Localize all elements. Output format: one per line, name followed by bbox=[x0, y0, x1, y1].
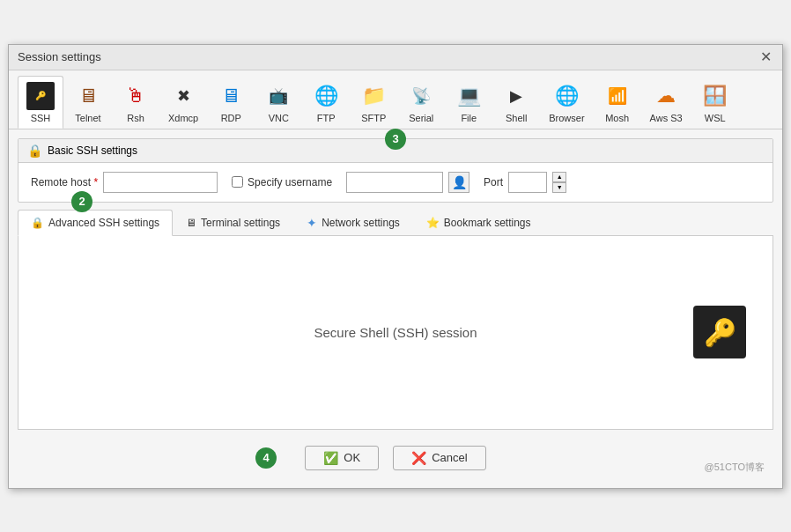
proto-label-rsh: Rsh bbox=[127, 113, 144, 123]
xdmcp-icon: ✖ bbox=[169, 82, 197, 110]
settings-tabs-container: 🔒 Advanced SSH settings 🖥 Terminal setti… bbox=[18, 210, 773, 430]
title-bar: Session settings ✕ bbox=[9, 45, 782, 70]
proto-tab-browser[interactable]: 🌐 Browser bbox=[541, 76, 592, 129]
specify-username-group: Specify username bbox=[232, 176, 332, 188]
proto-label-vnc: VNC bbox=[269, 113, 289, 123]
required-marker: * bbox=[93, 176, 98, 188]
ok-icon: ✅ bbox=[323, 451, 338, 465]
proto-label-xdmcp: Xdmcp bbox=[168, 113, 198, 123]
proto-tab-wsl[interactable]: 🪟 WSL bbox=[692, 76, 738, 129]
remote-host-group: Remote host * bbox=[31, 172, 218, 193]
proto-tab-ssh[interactable]: 🔑 SSH bbox=[18, 76, 63, 129]
proto-label-shell: Shell bbox=[506, 113, 527, 123]
proto-tab-mosh[interactable]: 📶 Mosh bbox=[595, 76, 640, 129]
specify-username-checkbox[interactable] bbox=[232, 176, 243, 188]
ok-button[interactable]: ✅ OK bbox=[305, 446, 379, 470]
browser-icon: 🌐 bbox=[552, 82, 580, 110]
shell-icon: ▶ bbox=[502, 82, 530, 110]
port-input[interactable]: 22 bbox=[508, 172, 547, 193]
proto-label-rdp: RDP bbox=[221, 113, 241, 123]
proto-tab-file[interactable]: 💻 File bbox=[446, 76, 492, 129]
window-title: Session settings bbox=[18, 50, 101, 63]
ftp-icon: 🌐 bbox=[312, 82, 340, 110]
username-field-group: 👤 bbox=[346, 172, 469, 193]
proto-label-telnet: Telnet bbox=[75, 113, 100, 123]
proto-label-serial: Serial bbox=[409, 113, 433, 123]
basic-ssh-header-icon: 🔒 bbox=[27, 144, 42, 158]
ssh-icon: 🔑 bbox=[26, 82, 55, 110]
file-icon: 💻 bbox=[455, 82, 483, 110]
proto-tab-telnet[interactable]: 🖥 Telnet bbox=[65, 76, 111, 129]
username-input[interactable] bbox=[346, 172, 443, 193]
session-settings-window: Session settings ✕ 🔑 SSH 🖥 Telnet 🖱 Rsh … bbox=[8, 44, 783, 489]
proto-tab-shell[interactable]: ▶ Shell bbox=[493, 76, 539, 129]
serial-icon: 📡 bbox=[407, 82, 435, 110]
rdp-icon: 🖥 bbox=[217, 82, 245, 110]
bookmark-tab-icon: ⭐ bbox=[426, 217, 440, 229]
basic-ssh-panel-body: 2 Remote host * Specify username bbox=[18, 163, 773, 202]
close-button[interactable]: ✕ bbox=[758, 50, 773, 64]
port-spinners: ▲ ▼ bbox=[552, 172, 566, 193]
telnet-icon: 🖥 bbox=[74, 82, 102, 110]
key-emoji: 🔑 bbox=[704, 317, 736, 348]
proto-label-file: File bbox=[461, 113, 477, 123]
remote-host-label: Remote host * bbox=[31, 176, 98, 188]
proto-label-wsl: WSL bbox=[705, 113, 726, 123]
footer: 4 ✅ OK ❌ Cancel @51CTO博客 bbox=[18, 437, 773, 479]
basic-ssh-panel: 3 🔒 Basic SSH settings 2 Remote host * bbox=[18, 138, 773, 203]
main-content: 3 🔒 Basic SSH settings 2 Remote host * bbox=[9, 129, 782, 488]
proto-label-ssh: SSH bbox=[31, 113, 51, 123]
terminal-tab-icon: 🖥 bbox=[186, 217, 196, 229]
vnc-icon: 📺 bbox=[264, 82, 292, 110]
user-browse-button[interactable]: 👤 bbox=[448, 172, 469, 193]
tab-advanced-ssh[interactable]: 🔒 Advanced SSH settings bbox=[18, 210, 173, 236]
proto-tab-rsh[interactable]: 🖱 Rsh bbox=[113, 76, 159, 129]
cancel-button[interactable]: ❌ Cancel bbox=[393, 446, 485, 470]
proto-label-browser: Browser bbox=[549, 113, 584, 123]
settings-tabs-row: 🔒 Advanced SSH settings 🖥 Terminal setti… bbox=[18, 210, 773, 236]
proto-tab-sftp[interactable]: 📁 SFTP bbox=[351, 76, 396, 129]
port-label: Port bbox=[484, 176, 503, 188]
proto-tab-xdmcp[interactable]: ✖ Xdmcp bbox=[160, 76, 206, 129]
wsl-icon: 🪟 bbox=[701, 82, 729, 110]
proto-tab-rdp[interactable]: 🖥 RDP bbox=[208, 76, 254, 129]
port-group: Port 22 ▲ ▼ bbox=[484, 172, 566, 193]
network-tab-icon: ✦ bbox=[307, 216, 317, 230]
remote-host-input[interactable] bbox=[103, 172, 218, 193]
proto-tab-ftp[interactable]: 🌐 FTP bbox=[303, 76, 349, 129]
cancel-icon: ❌ bbox=[411, 451, 426, 465]
step-badge-4: 4 bbox=[255, 447, 277, 469]
bookmark-tab-label: Bookmark settings bbox=[444, 217, 531, 229]
tab-terminal[interactable]: 🖥 Terminal settings bbox=[173, 210, 293, 235]
proto-tab-awss3[interactable]: ☁ Aws S3 bbox=[642, 76, 691, 129]
awss3-icon: ☁ bbox=[652, 82, 680, 110]
advanced-ssh-tab-label: Advanced SSH settings bbox=[48, 217, 159, 229]
proto-tab-serial[interactable]: 📡 Serial bbox=[398, 76, 444, 129]
advanced-ssh-tab-icon: 🔒 bbox=[31, 217, 44, 229]
ok-label: OK bbox=[344, 451, 360, 464]
specify-username-label: Specify username bbox=[248, 176, 332, 188]
protocol-tabs-row: 🔑 SSH 🖥 Telnet 🖱 Rsh ✖ Xdmcp 🖥 RDP 📺 VNC bbox=[9, 70, 782, 129]
tab-bookmark[interactable]: ⭐ Bookmark settings bbox=[413, 210, 544, 235]
proto-tab-vnc[interactable]: 📺 VNC bbox=[255, 76, 301, 129]
network-tab-label: Network settings bbox=[322, 217, 400, 229]
watermark: @51CTO博客 bbox=[705, 461, 765, 474]
proto-label-ftp: FTP bbox=[317, 113, 336, 123]
proto-label-awss3: Aws S3 bbox=[650, 113, 683, 123]
basic-ssh-panel-header: 🔒 Basic SSH settings bbox=[18, 139, 773, 163]
sftp-icon: 📁 bbox=[359, 82, 388, 110]
cancel-label: Cancel bbox=[432, 451, 467, 464]
basic-ssh-panel-title: Basic SSH settings bbox=[48, 144, 137, 157]
terminal-tab-label: Terminal settings bbox=[201, 217, 280, 229]
proto-label-mosh: Mosh bbox=[605, 113, 629, 123]
session-label: Secure Shell (SSH) session bbox=[314, 325, 477, 340]
proto-label-sftp: SFTP bbox=[361, 113, 386, 123]
mosh-icon: 📶 bbox=[603, 82, 632, 110]
tab-network[interactable]: ✦ Network settings bbox=[293, 210, 413, 235]
rsh-icon: 🖱 bbox=[122, 82, 150, 110]
port-decrement-button[interactable]: ▼ bbox=[552, 182, 566, 193]
user-icon: 👤 bbox=[452, 175, 467, 189]
ssh-key-icon: 🔑 bbox=[693, 306, 746, 358]
port-increment-button[interactable]: ▲ bbox=[552, 172, 566, 182]
tab-content-area: Secure Shell (SSH) session 🔑 bbox=[18, 236, 773, 430]
